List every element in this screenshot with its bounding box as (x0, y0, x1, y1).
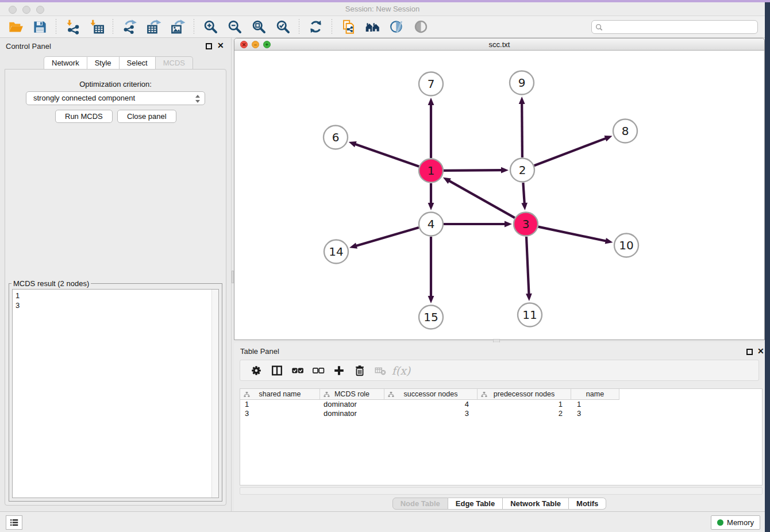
search-icon (595, 24, 603, 31)
column-label: successor nodes (404, 390, 458, 398)
deselect-all-button[interactable] (308, 362, 329, 379)
tab-motifs[interactable]: Motifs (569, 498, 606, 510)
apply-layout-button[interactable] (303, 18, 328, 36)
duplicate-network-button[interactable] (336, 18, 360, 36)
show-hide-button[interactable] (409, 18, 433, 36)
network-window-titlebar[interactable]: ✕ − + scc.txt (234, 38, 764, 51)
function-icon: f(x) (392, 364, 411, 377)
table-float-icon[interactable] (746, 349, 753, 355)
memory-button[interactable]: Memory (711, 515, 760, 530)
tab-style[interactable]: Style (87, 56, 120, 70)
result-scrollbar[interactable] (211, 290, 218, 498)
column-header-shared-name[interactable]: shared name (240, 389, 320, 400)
style-paint-button[interactable] (384, 18, 409, 36)
graph-node-label: 14 (329, 245, 343, 259)
column-view-button[interactable] (267, 362, 287, 379)
list-icon (9, 517, 20, 528)
import-table-button[interactable] (84, 18, 109, 36)
table-tabs: Node TableEdge TableNetwork TableMotifs (234, 498, 765, 510)
mcds-tab-content: Optimization criterion: strongly connect… (5, 69, 226, 506)
table-close-icon[interactable]: ✕ (757, 346, 764, 356)
table-hscrollbar[interactable] (240, 487, 763, 495)
graph-edge-1-2[interactable] (444, 170, 502, 171)
graph-edge-2-3[interactable] (523, 183, 524, 204)
graph-edge-3-10[interactable] (538, 227, 607, 241)
tab-node-table[interactable]: Node Table (392, 498, 448, 510)
save-session-button[interactable] (28, 18, 52, 36)
mcds-result-title: MCDS result (2 nodes) (11, 279, 91, 288)
graph-edge-1-6[interactable] (355, 144, 419, 167)
table-cell: 1 (240, 400, 320, 409)
search-input[interactable] (605, 21, 757, 33)
graph-edge-arrow (505, 221, 512, 228)
graph-edge-arrow (526, 294, 532, 301)
table-row[interactable]: 3dominator323 (240, 409, 762, 418)
show-hide-icon (413, 19, 429, 34)
table-cell: 1 (571, 400, 619, 409)
graph-node-label: 6 (332, 130, 340, 144)
add-column-button[interactable] (329, 362, 349, 379)
export-table-icon (146, 19, 161, 34)
first-neighbors-button[interactable] (360, 18, 384, 36)
delete-table-button[interactable] (370, 362, 391, 379)
close-panel-button[interactable]: Close panel (117, 110, 176, 123)
delete-column-button[interactable] (349, 362, 370, 379)
graph-edge-arrow (428, 98, 434, 105)
graph-edge-arrow (501, 167, 509, 174)
tab-network[interactable]: Network (44, 56, 87, 70)
table-cell: 3 (571, 409, 619, 418)
graph-node-label: 4 (428, 217, 435, 231)
column-header-MCDS-role[interactable]: MCDS role (320, 389, 384, 400)
column-header-predecessor-nodes[interactable]: predecessor nodes (478, 389, 571, 400)
close-panel-icon[interactable]: ✕ (217, 40, 224, 51)
graph-node-label: 11 (522, 308, 537, 322)
delete-table-icon (374, 364, 387, 377)
criterion-select[interactable]: strongly connected component (26, 91, 205, 105)
zoom-out-button[interactable] (222, 18, 247, 36)
import-table-icon (89, 19, 105, 34)
graph-edge-4-14[interactable] (356, 228, 419, 246)
tab-select[interactable]: Select (120, 56, 156, 70)
tab-mcds[interactable]: MCDS (156, 56, 193, 70)
graph-svg[interactable]: 7968124314101511 (234, 51, 764, 340)
graph-node-label: 10 (619, 238, 633, 252)
graph-edge-3-11[interactable] (526, 237, 529, 295)
table-row[interactable]: 1dominator411 (240, 400, 762, 409)
status-bar: Memory (0, 511, 765, 532)
zoom-selected-button[interactable] (271, 18, 295, 36)
export-network-button[interactable] (117, 18, 141, 36)
open-session-button[interactable] (3, 18, 28, 36)
export-image-button[interactable] (165, 18, 190, 36)
hierarchy-icon (388, 391, 394, 398)
node-table: shared nameMCDS rolesuccessor nodesprede… (240, 388, 763, 485)
zoom-fit-icon (251, 19, 267, 34)
table-settings-button[interactable] (246, 362, 267, 379)
export-table-button[interactable] (141, 18, 165, 36)
graph-edge-arrow (428, 296, 434, 303)
tab-edge-table[interactable]: Edge Table (448, 498, 503, 510)
graph-edge-2-9[interactable] (522, 103, 522, 157)
control-panel: Control Panel ✕ NetworkStyleSelectMCDS O… (0, 38, 231, 512)
graph-edge-arrow (605, 136, 613, 141)
tab-network-table[interactable]: Network Table (503, 498, 569, 510)
float-panel-icon[interactable] (206, 43, 212, 49)
toolbar-separator (299, 19, 299, 35)
graph-node-label: 8 (622, 124, 629, 138)
table-panel: Table Panel ✕ f(x) shared nameMCDS roles… (234, 342, 765, 512)
graph-edge-3-1[interactable] (449, 180, 515, 218)
zoom-in-icon (203, 19, 218, 34)
graph-edge-arrow (519, 97, 525, 104)
column-header-name[interactable]: name (571, 389, 619, 400)
select-all-button[interactable] (287, 362, 308, 379)
column-header-successor-nodes[interactable]: successor nodes (384, 389, 478, 400)
zoom-in-button[interactable] (198, 18, 222, 36)
import-network-button[interactable] (60, 18, 84, 36)
graph-edge-arrow (521, 203, 528, 210)
run-mcds-button[interactable]: Run MCDS (55, 110, 113, 123)
duplicate-network-icon (341, 19, 356, 34)
status-list-button[interactable] (6, 515, 22, 530)
zoom-fit-button[interactable] (247, 18, 271, 36)
mcds-result-text[interactable]: 13 (12, 289, 219, 498)
graph-edge-2-8[interactable] (534, 138, 607, 165)
function-builder-button[interactable]: f(x) (391, 362, 411, 379)
